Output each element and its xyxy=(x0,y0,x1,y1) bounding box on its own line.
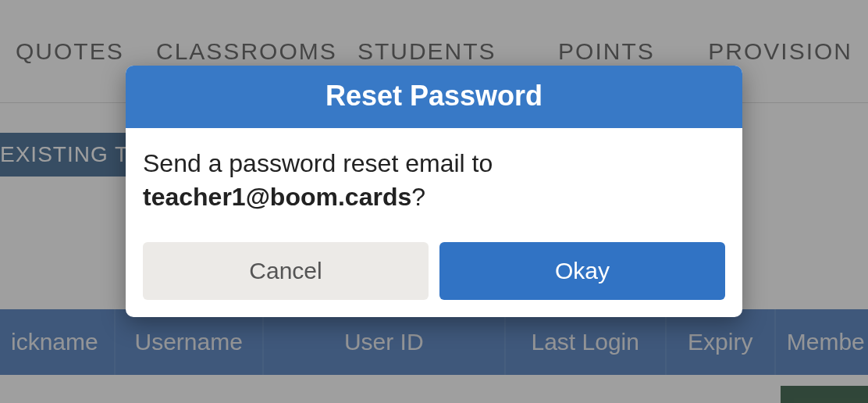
okay-button[interactable]: Okay xyxy=(439,242,725,300)
modal-prompt-before: Send a password reset email to xyxy=(143,149,493,177)
modal-overlay: Reset Password Send a password reset ema… xyxy=(0,0,868,403)
reset-password-modal: Reset Password Send a password reset ema… xyxy=(126,66,742,317)
modal-prompt-after: ? xyxy=(411,183,425,211)
modal-prompt-email: teacher1@boom.cards xyxy=(143,183,411,211)
modal-title: Reset Password xyxy=(126,66,742,128)
cancel-button[interactable]: Cancel xyxy=(143,242,429,300)
modal-button-row: Cancel Okay xyxy=(126,231,742,317)
modal-body: Send a password reset email to teacher1@… xyxy=(126,128,742,231)
